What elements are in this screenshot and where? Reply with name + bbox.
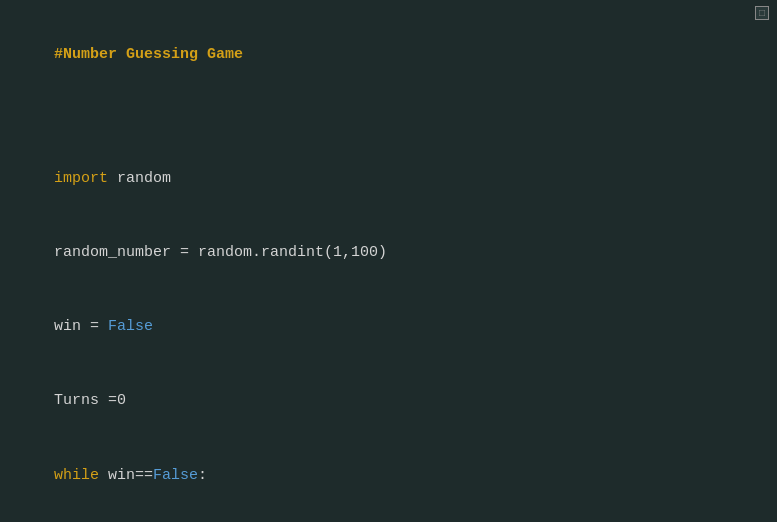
close-icon: □ [759, 8, 765, 19]
line-while: while win==False: [18, 439, 759, 513]
line-title: #Number Guessing Game [18, 18, 759, 92]
code-editor: □ #Number Guessing Game import random ra… [0, 0, 777, 522]
line-your-guess: Your_guess = input("Enter a number betwe… [18, 513, 759, 522]
line-turns: Turns =0 [18, 365, 759, 439]
line-random-number: random_number = random.randint(1,100) [18, 216, 759, 290]
comment-text: #Number Guessing Game [54, 46, 243, 63]
line-win: win = False [18, 290, 759, 364]
line-blank1 [18, 92, 759, 117]
line-import: import random [18, 142, 759, 216]
close-button[interactable]: □ [755, 6, 769, 20]
line-blank2 [18, 117, 759, 142]
